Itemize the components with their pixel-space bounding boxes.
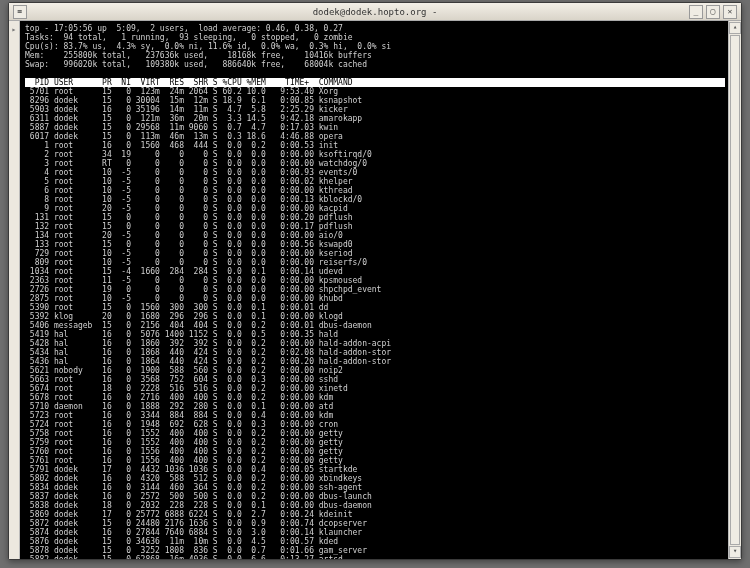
menu-icon[interactable]: ≡: [13, 5, 27, 19]
process-row: 5837 dodek 16 0 2572 500 500 S 0.0 0.2 0…: [25, 492, 372, 501]
process-row: 4 root 10 -5 0 0 0 S 0.0 0.0 0:00.93 eve…: [25, 168, 357, 177]
process-row: 133 root 15 0 0 0 0 S 0.0 0.0 0:00.56 ks…: [25, 240, 353, 249]
process-row: 5903 dodek 16 0 35196 14m 11m S 4.7 5.8 …: [25, 105, 348, 114]
process-row: 5760 root 16 0 1556 400 400 S 0.0 0.2 0:…: [25, 447, 343, 456]
process-row: 5406 messageb 15 0 2156 404 404 S 0.0 0.…: [25, 321, 372, 330]
process-row: 6311 dodek 15 0 121m 36m 20m S 3.3 14.5 …: [25, 114, 362, 123]
process-row: 2726 root 19 0 0 0 0 S 0.0 0.0 0:00.00 s…: [25, 285, 381, 294]
process-row: 729 root 10 -5 0 0 0 S 0.0 0.0 0:00.00 k…: [25, 249, 353, 258]
process-row: 2363 root 11 -5 0 0 0 S 0.0 0.0 0:00.00 …: [25, 276, 362, 285]
process-row: 1034 root 15 -4 1660 284 284 S 0.0 0.1 0…: [25, 267, 343, 276]
process-row: 5710 daemon 16 0 1888 292 280 S 0.0 0.1 …: [25, 402, 333, 411]
process-row: 5392 klog 20 0 1680 296 296 S 0.0 0.1 0:…: [25, 312, 343, 321]
process-row: 5802 dodek 16 0 4320 588 512 S 0.0 0.2 0…: [25, 474, 362, 483]
process-row: 809 root 10 -5 0 0 0 S 0.0 0.0 0:00.00 r…: [25, 258, 367, 267]
process-row: 9 root 20 -5 0 0 0 S 0.0 0.0 0:00.00 kac…: [25, 204, 348, 213]
process-row: 5878 dodek 15 0 3252 1808 836 S 0.0 0.7 …: [25, 546, 367, 555]
process-row: 132 root 15 0 0 0 0 S 0.0 0.0 0:00.17 pd…: [25, 222, 353, 231]
process-row: 134 root 20 -5 0 0 0 S 0.0 0.0 0:00.00 a…: [25, 231, 343, 240]
terminal-window: ≡ dodek@dodek.hopto.org - _ ▢ ✕ ▸ top - …: [8, 2, 742, 560]
process-row: 5701 root 15 0 123m 24m 2064 S 60.2 10.0…: [25, 87, 338, 96]
scrollbar[interactable]: ▴ ▾: [728, 21, 741, 559]
maximize-button[interactable]: ▢: [706, 5, 720, 19]
process-row: 5882 dodek 15 0 62868 16m 4036 S 0.0 6.6…: [25, 555, 343, 559]
process-row: 5428 hal 16 0 1860 392 392 S 0.0 0.2 0:0…: [25, 339, 391, 348]
process-row: 5834 dodek 16 0 3144 460 364 S 0.0 0.2 0…: [25, 483, 362, 492]
process-row: 5419 hal 16 0 5076 1400 1152 S 0.0 0.5 0…: [25, 330, 338, 339]
process-row: 5874 dodek 16 0 27844 7640 6884 S 0.0 3.…: [25, 528, 362, 537]
process-row: 5723 root 16 0 3344 884 884 S 0.0 0.4 0:…: [25, 411, 333, 420]
process-row: 5724 root 16 0 1948 692 628 S 0.0 0.3 0:…: [25, 420, 338, 429]
scroll-up-button[interactable]: ▴: [729, 22, 741, 34]
left-handle[interactable]: ▸: [9, 21, 20, 559]
process-row: 131 root 15 0 0 0 0 S 0.0 0.0 0:00.20 pd…: [25, 213, 353, 222]
process-row: 8296 dodek 15 0 30004 15m 12m S 18.9 6.1…: [25, 96, 362, 105]
scroll-thumb[interactable]: [730, 35, 740, 545]
process-row: 8 root 10 -5 0 0 0 S 0.0 0.0 0:00.13 kbl…: [25, 195, 362, 204]
scroll-down-button[interactable]: ▾: [729, 546, 741, 558]
terminal-output[interactable]: top - 17:05:56 up 5:09, 2 users, load av…: [20, 21, 728, 559]
desktop: ≡ dodek@dodek.hopto.org - _ ▢ ✕ ▸ top - …: [0, 0, 750, 568]
process-row: 6 root 10 -5 0 0 0 S 0.0 0.0 0:00.00 kth…: [25, 186, 353, 195]
process-row: 6017 dodek 15 0 113m 46m 13m S 0.3 18.6 …: [25, 132, 343, 141]
process-row: 5759 root 16 0 1552 400 400 S 0.0 0.2 0:…: [25, 438, 343, 447]
process-row: 5663 root 16 0 3568 752 604 S 0.0 0.3 0:…: [25, 375, 338, 384]
process-row: 1 root 16 0 1560 468 444 S 0.0 0.2 0:00.…: [25, 141, 338, 150]
process-row: 5869 dodek 17 0 25772 6888 6224 S 0.0 2.…: [25, 510, 353, 519]
minimize-button[interactable]: _: [689, 5, 703, 19]
process-table-header: PID USER PR NI VIRT RES SHR S %CPU %MEM …: [25, 78, 725, 87]
process-row: 5872 dodek 15 0 24480 2176 1636 S 0.0 0.…: [25, 519, 367, 528]
process-row: 3 root RT 0 0 0 0 S 0.0 0.0 0:00.00 watc…: [25, 159, 367, 168]
process-row: 5434 hal 16 0 1868 440 424 S 0.0 0.2 0:0…: [25, 348, 391, 357]
process-row: 5758 root 16 0 1552 400 400 S 0.0 0.2 0:…: [25, 429, 343, 438]
process-row: 5436 hal 16 0 1864 440 424 S 0.0 0.2 0:0…: [25, 357, 391, 366]
window-title: dodek@dodek.hopto.org -: [313, 7, 438, 17]
process-row: 5621 nobody 16 0 1900 588 560 S 0.0 0.2 …: [25, 366, 343, 375]
process-row: 5678 root 16 0 2716 400 400 S 0.0 0.2 0:…: [25, 393, 333, 402]
process-row: 2875 root 10 -5 0 0 0 S 0.0 0.0 0:00.00 …: [25, 294, 343, 303]
process-row: 5791 dodek 17 0 4432 1036 1036 S 0.0 0.4…: [25, 465, 357, 474]
process-row: 5674 root 18 0 2228 516 516 S 0.0 0.2 0:…: [25, 384, 348, 393]
close-button[interactable]: ✕: [723, 5, 737, 19]
process-row: 5876 dodek 15 0 34636 11m 10m S 0.0 4.5 …: [25, 537, 338, 546]
process-row: 5 root 10 -5 0 0 0 S 0.0 0.0 0:00.02 khe…: [25, 177, 353, 186]
window-body: ▸ top - 17:05:56 up 5:09, 2 users, load …: [9, 21, 741, 559]
process-row: 2 root 34 19 0 0 0 S 0.0 0.0 0:00.00 kso…: [25, 150, 372, 159]
scroll-track[interactable]: [730, 35, 740, 545]
titlebar[interactable]: ≡ dodek@dodek.hopto.org - _ ▢ ✕: [9, 3, 741, 21]
process-row: 5887 dodek 15 0 29568 11m 9060 S 0.7 4.7…: [25, 123, 338, 132]
process-row: 5838 dodek 18 0 2032 228 228 S 0.0 0.1 0…: [25, 501, 372, 510]
process-row: 5390 root 15 0 1560 300 300 S 0.0 0.1 0:…: [25, 303, 328, 312]
process-row: 5761 root 16 0 1556 400 400 S 0.0 0.2 0:…: [25, 456, 343, 465]
